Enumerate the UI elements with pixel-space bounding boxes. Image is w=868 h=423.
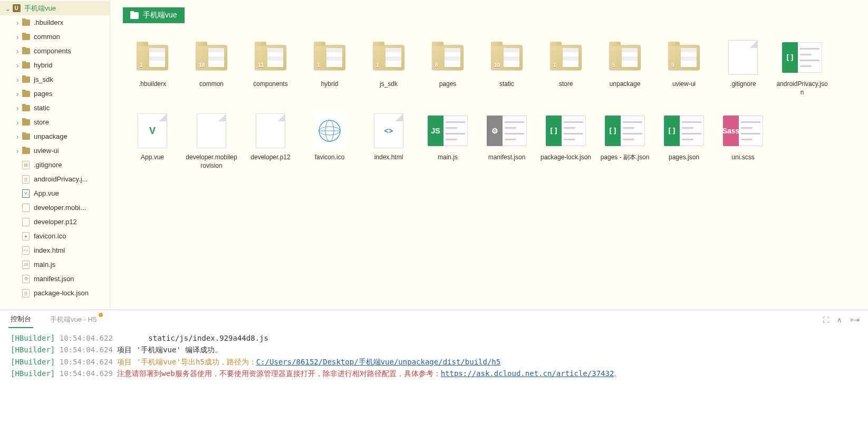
grid-file[interactable]: developer.mobileprovision — [182, 112, 241, 170]
grid-file[interactable]: []pages - 副本.json — [595, 112, 654, 170]
tree-item-label: store — [34, 118, 49, 126]
tree-folder[interactable]: uview-ui — [0, 143, 110, 158]
breadcrumb[interactable]: 手机端vue — [123, 7, 185, 23]
grid-file[interactable]: Sassuni.scss — [713, 112, 773, 170]
tree-file[interactable]: JSmain.js — [0, 257, 110, 272]
folder-thumb-icon: 5 — [604, 39, 646, 76]
tree-file[interactable]: <>index.html — [0, 243, 110, 257]
chevron-right-icon — [14, 75, 21, 84]
tree-folder[interactable]: store — [0, 115, 110, 129]
tree-item-label: .gitignore — [34, 161, 62, 169]
tab-project-h5[interactable]: 手机端vue - H5 — [48, 312, 99, 328]
grid-file[interactable]: ⚙manifest.json — [477, 112, 536, 170]
grid-folder[interactable]: 1js_sdk — [359, 39, 418, 97]
tree-item-label: .hbuilderx — [34, 18, 63, 26]
grid-folder[interactable]: 1hybrid — [300, 39, 359, 97]
tree-folder[interactable]: js_sdk — [0, 72, 110, 86]
tree-folder[interactable]: components — [0, 44, 110, 58]
folder-thumb-icon: 11 — [249, 39, 292, 76]
file-icon: ▤ — [21, 160, 31, 170]
grid-file[interactable]: favicon.ico — [300, 112, 359, 170]
grid-folder[interactable]: 10static — [477, 39, 536, 97]
tree-folder[interactable]: hybrid — [0, 58, 110, 72]
folder-icon — [21, 89, 31, 99]
grid-item-label: developer.p12 — [250, 153, 290, 162]
tree-file[interactable]: ▲favicon.ico — [0, 229, 110, 243]
collapse-up-icon[interactable]: ∧ — [837, 316, 842, 324]
grid-folder[interactable]: 1.hbuilderx — [123, 39, 182, 97]
tree-file[interactable]: {}package-lock.json — [0, 286, 110, 300]
expand-icon[interactable]: ⛶ — [823, 316, 830, 324]
tree-item-label: developer.mobi... — [34, 204, 86, 211]
folder-thumb-icon: 1 — [368, 39, 410, 76]
file-icon: JS — [21, 260, 31, 270]
tree-item-label: App.vue — [34, 189, 59, 197]
tree-root-label: 手机端vue — [24, 4, 56, 13]
uni-project-icon: U — [12, 4, 21, 13]
tree-file[interactable]: developer.mobi... — [0, 200, 110, 215]
grid-folder[interactable]: 5unpackage — [595, 39, 654, 97]
file-thumb-icon — [190, 112, 233, 149]
tree-file[interactable]: ⚙manifest.json — [0, 272, 110, 286]
tree-folder[interactable]: unpackage — [0, 129, 110, 143]
tree-folder[interactable]: .hbuilderx — [0, 15, 110, 30]
tree-folder[interactable]: pages — [0, 86, 110, 101]
grid-folder[interactable]: 9uview-ui — [654, 39, 713, 97]
grid-file[interactable]: []package-lock.json — [536, 112, 595, 170]
grid-file[interactable]: []androidPrivacy.json — [773, 39, 832, 97]
grid-folder[interactable]: 18common — [182, 39, 241, 97]
chevron-right-icon — [14, 90, 21, 98]
console-output[interactable]: [HBuilder] 10:54:04.622 static/js/index.… — [0, 329, 868, 423]
grid-file[interactable]: .gitignore — [713, 39, 773, 97]
file-thumb-icon: [] — [781, 39, 823, 76]
console-tabs: 控制台 手机端vue - H5 ⛶ ∧ ×⇥ — [0, 310, 868, 329]
chevron-right-icon — [14, 47, 21, 55]
grid-item-label: js_sdk — [380, 80, 398, 89]
tree-root[interactable]: U 手机端vue — [0, 1, 110, 15]
grid-item-label: androidPrivacy.json — [776, 80, 828, 97]
tree-file[interactable]: ▤.gitignore — [0, 158, 110, 172]
file-tree-sidebar: U 手机端vue .hbuilderxcommoncomponentshybri… — [0, 0, 110, 310]
chevron-right-icon — [14, 33, 21, 41]
file-icon: <> — [21, 246, 31, 255]
file-icon: ▲ — [21, 232, 31, 241]
grid-folder[interactable]: 11components — [241, 39, 300, 97]
folder-icon — [21, 146, 31, 156]
grid-file[interactable]: <>index.html — [359, 112, 418, 170]
file-icon — [21, 217, 31, 227]
file-icon: ⚙ — [21, 274, 31, 284]
tree-folder[interactable]: common — [0, 30, 110, 44]
grid-item-label: unpackage — [610, 80, 641, 89]
grid-file[interactable]: developer.p12 — [241, 112, 300, 170]
grid-item-label: pages.json — [669, 153, 699, 162]
tree-file[interactable]: developer.p12 — [0, 215, 110, 229]
folder-icon — [21, 32, 31, 42]
file-thumb-icon: Sass — [722, 112, 764, 149]
breadcrumb-label: 手机端vue — [143, 11, 177, 20]
folder-thumb-icon: 8 — [427, 39, 469, 76]
tree-item-label: common — [34, 33, 60, 41]
grid-item-label: uni.scss — [731, 153, 754, 162]
folder-icon — [21, 118, 31, 127]
grid-file[interactable]: VApp.vue — [123, 112, 182, 170]
grid-folder[interactable]: 8pages — [418, 39, 477, 97]
close-icon[interactable]: ×⇥ — [850, 316, 860, 324]
chevron-right-icon — [14, 132, 21, 141]
console-line: [HBuilder] 10:54:04.624 项目 '手机端vue' 编译成功… — [11, 344, 857, 355]
tab-console[interactable]: 控制台 — [8, 311, 33, 328]
folder-icon — [130, 12, 139, 19]
tree-item-label: androidPrivacy.j... — [34, 175, 88, 183]
tree-item-label: package-lock.json — [34, 289, 89, 297]
grid-item-label: main.js — [438, 153, 458, 162]
file-thumb-icon: [] — [545, 112, 587, 149]
grid-file[interactable]: []pages.json — [654, 112, 713, 170]
tree-file[interactable]: {}androidPrivacy.j... — [0, 172, 110, 186]
grid-item-label: .hbuilderx — [139, 80, 166, 89]
tree-folder[interactable]: static — [0, 101, 110, 115]
grid-file[interactable]: JSmain.js — [418, 112, 477, 170]
console-link[interactable]: https://ask.dcloud.net.cn/article/37432 — [441, 369, 614, 378]
grid-folder[interactable]: 1store — [536, 39, 595, 97]
folder-thumb-icon: 1 — [545, 39, 587, 76]
tree-file[interactable]: VApp.vue — [0, 186, 110, 200]
console-link[interactable]: C:/Users/86152/Desktop/手机端vue/unpackage/… — [256, 358, 500, 366]
